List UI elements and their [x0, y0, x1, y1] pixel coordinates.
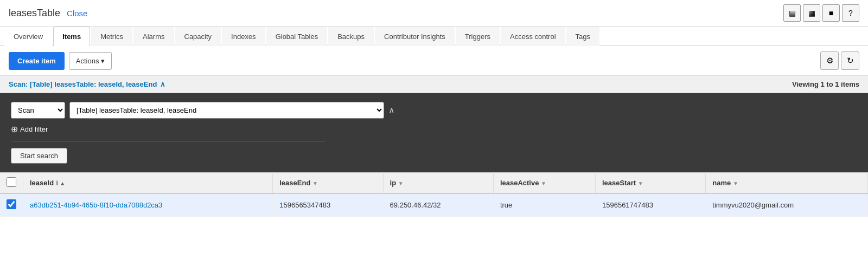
scan-select[interactable]: Scan Query: [11, 102, 65, 119]
search-panel: Scan Query [Table] leasesTable: leaseId,…: [0, 93, 868, 172]
tab-alarms[interactable]: Alarms: [133, 27, 174, 46]
close-link[interactable]: Close: [67, 9, 87, 18]
tab-tags[interactable]: Tags: [566, 27, 599, 46]
refresh-button[interactable]: ↻: [841, 51, 859, 70]
toolbar: Create item Actions ▾ ⚙ ↻: [0, 46, 868, 76]
gear-icon: ⚙: [826, 56, 833, 66]
table-name: leasesTable: [9, 8, 60, 19]
start-search-button[interactable]: Start search: [11, 148, 67, 164]
row-leaseStart-cell: 1596561747483: [595, 193, 705, 217]
actions-label: Actions: [76, 57, 99, 65]
leaseId-link[interactable]: a63db251-4b94-465b-8f10-dda7088d2ca3: [30, 201, 162, 209]
toolbar-right: ⚙ ↻: [820, 51, 859, 70]
sort-leaseActive-icon[interactable]: ▼: [541, 180, 546, 186]
panel-right-icon: ▦: [808, 9, 815, 17]
tab-contributor-insights[interactable]: Contributor Insights: [375, 27, 455, 46]
help-button[interactable]: ?: [842, 4, 859, 22]
panel-left-icon: ▤: [789, 9, 796, 17]
tab-access-control[interactable]: Access control: [501, 27, 565, 46]
toolbar-left: Create item Actions ▾: [9, 52, 112, 70]
scan-header: Scan: [Table] leasesTable: leaseId, leas…: [0, 76, 868, 93]
scan-title: Scan: [Table] leasesTable: leaseId, leas…: [9, 80, 165, 88]
sort-name-icon[interactable]: ▼: [733, 180, 738, 186]
tab-items[interactable]: Items: [53, 27, 90, 46]
panel-right-button[interactable]: ▦: [803, 4, 820, 22]
sort-leaseStart-icon[interactable]: ▼: [638, 180, 643, 186]
chevron-down-icon: ▾: [101, 57, 105, 65]
tab-metrics[interactable]: Metrics: [91, 27, 132, 46]
create-item-button[interactable]: Create item: [9, 52, 65, 70]
viewing-text: Viewing 1 to 1 items: [792, 80, 859, 88]
chevron-up-icon: ∧: [388, 106, 395, 115]
col-header-ip: ip ▼: [383, 173, 493, 194]
items-table: leaseId ℹ ▲ leaseEnd ▼ ip ▼ leaseActive …: [0, 172, 868, 217]
sort-leaseEnd-icon[interactable]: ▼: [312, 180, 318, 186]
plus-icon: ⊕: [11, 124, 18, 134]
row-checkbox-cell: [0, 193, 23, 217]
row-leaseEnd-cell: 1596565347483: [273, 193, 383, 217]
collapse-icon[interactable]: ∧: [160, 80, 165, 88]
refresh-icon: ↻: [847, 56, 854, 66]
panel-full-icon: ■: [829, 9, 833, 17]
info-icon: ℹ: [56, 180, 58, 186]
tab-capacity[interactable]: Capacity: [175, 27, 221, 46]
col-header-leaseStart: leaseStart ▼: [595, 173, 705, 194]
top-bar-left: leasesTable Close: [9, 8, 87, 19]
top-bar-right: ▤ ▦ ■ ?: [783, 4, 859, 22]
row-name-cell: timmyvu2020@gmail.com: [706, 193, 868, 217]
actions-button[interactable]: Actions ▾: [69, 52, 112, 70]
tab-indexes[interactable]: Indexes: [222, 27, 265, 46]
add-filter-button[interactable]: ⊕ Add filter: [11, 124, 857, 134]
panel-full-button[interactable]: ■: [822, 4, 840, 22]
tab-global-tables[interactable]: Global Tables: [266, 27, 328, 46]
row-checkbox[interactable]: [7, 199, 16, 209]
table-row: a63db251-4b94-465b-8f10-dda7088d2ca3 159…: [0, 193, 868, 217]
col-header-leaseEnd: leaseEnd ▼: [273, 173, 383, 194]
checkbox-header-cell: [0, 173, 23, 194]
sort-ip-icon[interactable]: ▼: [398, 180, 404, 186]
col-header-name: name ▼: [706, 173, 868, 194]
panel-left-button[interactable]: ▤: [783, 4, 801, 22]
col-header-leaseId: leaseId ℹ ▲: [23, 173, 273, 194]
settings-button[interactable]: ⚙: [820, 51, 839, 70]
help-icon: ?: [848, 9, 853, 17]
table-header-row: leaseId ℹ ▲ leaseEnd ▼ ip ▼ leaseActive …: [0, 173, 868, 194]
tab-bar: Overview Items Metrics Alarms Capacity I…: [0, 27, 868, 46]
table-select[interactable]: [Table] leasesTable: leaseId, leaseEnd: [69, 102, 384, 119]
row-ip-cell: 69.250.46.42/32: [383, 193, 493, 217]
row-leaseId-cell: a63db251-4b94-465b-8f10-dda7088d2ca3: [23, 193, 273, 217]
sort-asc-icon[interactable]: ▲: [60, 180, 65, 186]
row-leaseActive-cell: true: [493, 193, 595, 217]
col-header-leaseActive: leaseActive ▼: [493, 173, 595, 194]
search-row: Scan Query [Table] leasesTable: leaseId,…: [11, 102, 857, 119]
divider: [11, 141, 326, 141]
top-bar: leasesTable Close ▤ ▦ ■ ?: [0, 0, 868, 27]
tab-overview[interactable]: Overview: [4, 27, 52, 46]
add-filter-label: Add filter: [20, 125, 48, 133]
collapse-search-button[interactable]: ∧: [388, 105, 395, 115]
tab-triggers[interactable]: Triggers: [456, 27, 500, 46]
scan-title-text: Scan: [Table] leasesTable: leaseId, leas…: [9, 80, 157, 88]
tab-backups[interactable]: Backups: [328, 27, 374, 46]
select-all-checkbox[interactable]: [7, 177, 16, 187]
